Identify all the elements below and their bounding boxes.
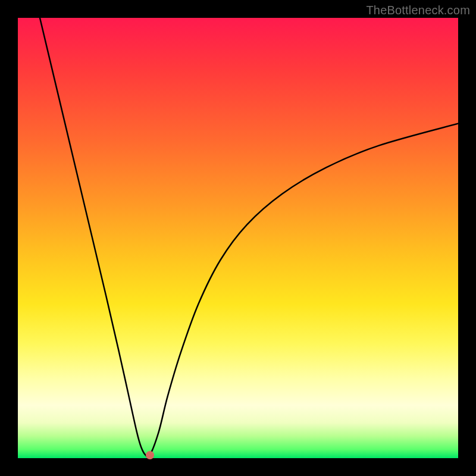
bottleneck-curve — [18, 18, 458, 458]
plot-area — [18, 18, 458, 458]
watermark-text: TheBottleneck.com — [366, 4, 470, 17]
minimum-marker — [146, 451, 154, 459]
